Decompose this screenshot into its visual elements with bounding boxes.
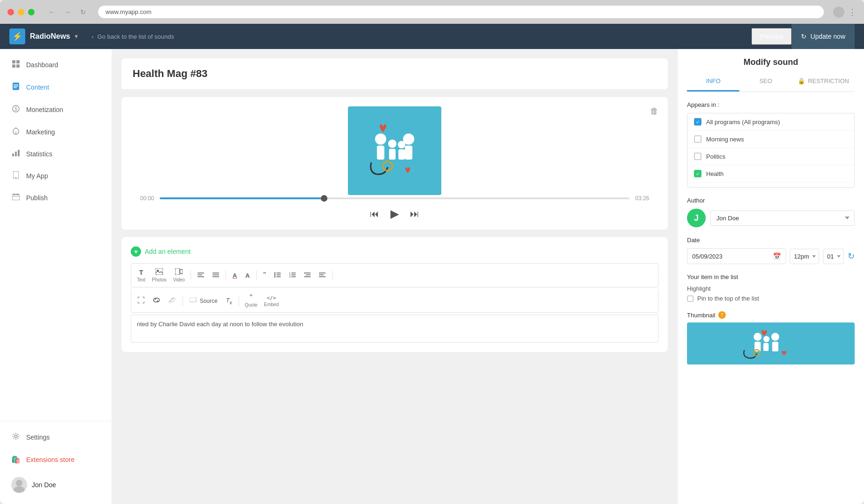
tab-info[interactable]: INFO — [687, 72, 739, 91]
sidebar-label-monetization: Monetization — [26, 106, 63, 113]
preview-button[interactable]: Preview — [751, 28, 792, 45]
forward-button[interactable]: → — [62, 7, 74, 18]
svg-rect-62 — [687, 323, 855, 363]
clear-format-button[interactable]: Tx — [222, 295, 236, 307]
time-hour-select[interactable]: 12pm — [790, 249, 819, 264]
sidebar-item-monetization[interactable]: $ Monetization — [0, 98, 112, 121]
maximize-dot[interactable] — [28, 9, 35, 15]
delete-media-button[interactable]: 🗑 — [650, 106, 659, 116]
embed-tool-button[interactable]: </> Embed — [261, 293, 282, 309]
right-panel: Modify sound INFO SEO 🔒 RESTRICTION Appe… — [677, 49, 864, 504]
app-name: RadioNews — [30, 32, 70, 41]
program-all-label: All programs (All programs) — [706, 119, 780, 126]
unlink-button[interactable] — [165, 295, 180, 306]
photos-tool-button[interactable]: Photos — [149, 266, 169, 284]
bullet-list-button[interactable] — [270, 270, 284, 281]
link-button[interactable] — [149, 295, 164, 306]
sidebar-item-content[interactable]: Content — [0, 76, 112, 98]
pin-checkbox[interactable] — [687, 295, 694, 302]
program-sports[interactable]: Sports — [687, 182, 854, 188]
fullscreen-button[interactable] — [134, 295, 148, 307]
author-select[interactable]: Jon Doe — [710, 210, 855, 226]
refresh-button[interactable]: ↻ — [78, 7, 89, 18]
progress-thumb[interactable] — [321, 195, 327, 202]
dashboard-icon — [11, 60, 21, 70]
url-bar[interactable]: www.myapp.com — [98, 6, 824, 18]
pin-checkbox-row[interactable]: Pin to the top of the list — [687, 295, 855, 302]
toolbar-divider-4 — [332, 271, 333, 280]
tab-seo[interactable]: SEO — [739, 72, 792, 91]
svg-text:3.: 3. — [289, 275, 291, 278]
sidebar-item-myapp[interactable]: My App — [0, 165, 112, 187]
rewind-button[interactable]: ⏮ — [370, 209, 379, 219]
app-logo[interactable]: ⚡ RadioNews ▾ — [9, 28, 78, 44]
editor-content-area[interactable]: nted by Charlie David each day at noon t… — [131, 315, 659, 343]
marketing-icon — [11, 127, 21, 137]
thumbnail-label: Thumbnail — [687, 312, 715, 319]
tab-restriction[interactable]: 🔒 RESTRICTION — [792, 72, 855, 91]
page-title: Health Mag #83 — [121, 58, 668, 90]
sidebar-label-settings: Settings — [26, 434, 50, 441]
play-button[interactable]: ▶ — [390, 207, 399, 220]
svg-rect-6 — [14, 86, 18, 87]
program-politics-label: Politics — [706, 153, 725, 160]
numbered-list-button[interactable]: 1.2.3. — [285, 270, 299, 281]
sidebar-item-settings[interactable]: Settings — [0, 426, 112, 448]
fast-forward-button[interactable]: ⏭ — [410, 209, 419, 219]
checkbox-politics[interactable] — [694, 153, 701, 160]
align-justify-button[interactable] — [209, 270, 223, 281]
checkbox-morning[interactable] — [694, 135, 701, 143]
indent-button[interactable] — [300, 270, 314, 281]
program-all[interactable]: ✓ All programs (All programs) — [687, 113, 854, 131]
sidebar: Dashboard Content $ Monetization Marketi… — [0, 49, 112, 504]
outdent-button[interactable] — [315, 270, 329, 281]
browser-menu-button[interactable]: ⋮ — [848, 7, 857, 17]
source-button[interactable]: Source — [186, 295, 221, 306]
audio-progress-bar[interactable]: 00:00 03:26 — [140, 195, 649, 202]
breadcrumb[interactable]: ‹ Go back to the list of sounds — [92, 33, 174, 40]
svg-rect-1 — [16, 60, 20, 63]
progress-track[interactable] — [160, 197, 630, 199]
settings-icon — [11, 433, 21, 442]
date-label: Date — [687, 237, 855, 244]
text-highlight-button[interactable]: A — [241, 270, 253, 281]
browser-titlebar: ← → ↻ www.myapp.com ⋮ — [0, 0, 864, 24]
sidebar-label-statistics: Statistics — [26, 150, 52, 158]
sidebar-item-extensions[interactable]: 🛍️ Extensions store — [0, 448, 112, 470]
svg-point-67 — [763, 336, 769, 342]
sidebar-item-statistics[interactable]: Statistics — [0, 143, 112, 165]
date-input[interactable]: 05/09/2023 📅 — [687, 248, 786, 264]
checkbox-sports[interactable] — [694, 187, 701, 188]
video-tool-button[interactable]: Video — [170, 266, 187, 284]
program-morning[interactable]: Morning news — [687, 131, 854, 148]
app-name-chevron: ▾ — [75, 33, 78, 40]
checkbox-health[interactable]: ✓ — [694, 170, 701, 177]
thumbnail-help-icon: ? — [718, 311, 726, 319]
time-minute-select[interactable]: 01 — [823, 249, 844, 264]
program-health[interactable]: ✓ Health — [687, 165, 854, 182]
update-label: Update now — [810, 33, 845, 40]
minimize-dot[interactable] — [18, 9, 24, 15]
time-total: 03:26 — [635, 195, 649, 202]
add-element-button[interactable]: + Add an element — [131, 246, 659, 257]
sidebar-item-publish[interactable]: Publish — [0, 187, 112, 209]
text-tool-button[interactable]: T Text — [134, 267, 148, 284]
sidebar-username: Jon Doe — [32, 481, 56, 489]
align-left-button[interactable] — [194, 270, 208, 281]
back-button[interactable]: ← — [46, 7, 58, 18]
checkbox-all[interactable]: ✓ — [694, 118, 701, 126]
time-refresh-button[interactable]: ↻ — [848, 251, 855, 261]
blockquote-button[interactable]: " — [260, 269, 270, 281]
program-politics[interactable]: Politics — [687, 148, 854, 165]
toolbar-divider-6 — [239, 296, 239, 306]
sidebar-item-dashboard[interactable]: Dashboard — [0, 54, 112, 76]
sidebar-item-marketing[interactable]: Marketing — [0, 121, 112, 143]
quote-label: Quote — [245, 302, 257, 308]
text-color-button[interactable]: A — [229, 270, 241, 281]
program-sports-label: Sports — [706, 188, 724, 188]
close-dot[interactable] — [7, 9, 14, 15]
update-now-button[interactable]: ↻ Update now — [792, 24, 855, 49]
svg-rect-13 — [18, 150, 20, 156]
quote-tool-button[interactable]: " Quote — [242, 292, 260, 309]
sidebar-user[interactable]: Jon Doe — [0, 470, 112, 499]
